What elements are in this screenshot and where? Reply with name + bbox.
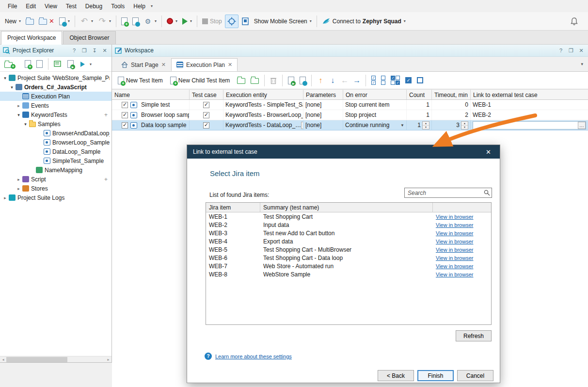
- add-project-suite-button[interactable]: +: [2, 57, 21, 71]
- expander-closed-icon[interactable]: ▸: [16, 186, 22, 191]
- move-left-icon[interactable]: ←: [339, 76, 350, 85]
- run-project-button[interactable]: ▸: [65, 57, 76, 71]
- undo-button[interactable]: ↶▾: [78, 15, 95, 28]
- add-child-icon[interactable]: +: [104, 176, 110, 183]
- back-button[interactable]: < Back: [378, 370, 414, 381]
- jira-row[interactable]: WEB-3Test new Add to Cart buttonView in …: [206, 229, 491, 237]
- view-in-browser-link[interactable]: View in browser: [436, 222, 473, 228]
- tree-item-project[interactable]: ▾Orders_C#_JavaScript: [0, 82, 111, 92]
- column-header-parameters[interactable]: Parameters: [303, 90, 343, 99]
- add-child-item-button[interactable]: [249, 74, 261, 87]
- menu-file[interactable]: File: [4, 1, 21, 11]
- test-case-checkbox[interactable]: [203, 122, 209, 129]
- new-button[interactable]: New ▾: [3, 15, 23, 28]
- jira-row[interactable]: WEB-8WebStore SampleView in browser: [206, 270, 491, 278]
- link-editor[interactable]: …: [473, 121, 586, 129]
- jira-row[interactable]: WEB-5Test Shopping Cart - MultiBrowserVi…: [206, 245, 491, 254]
- view-in-browser-link[interactable]: View in browser: [436, 214, 473, 220]
- tree-item-stores[interactable]: ▸Stores: [0, 184, 111, 193]
- show-mobile-screen-button[interactable]: Show Mobile Screen ▾: [252, 15, 314, 28]
- close-tab-icon[interactable]: ✕: [228, 62, 232, 68]
- scroll-left-icon[interactable]: ◂: [0, 357, 6, 362]
- scrollbar-track[interactable]: [6, 356, 105, 363]
- row-checkbox[interactable]: [122, 112, 128, 118]
- table-row[interactable]: Browser loop sample KeywordTests - Brows…: [112, 110, 588, 120]
- jira-row[interactable]: WEB-7Web Store - Automated runView in br…: [206, 262, 491, 270]
- cancel-button[interactable]: Cancel: [457, 370, 493, 381]
- column-header-on-error[interactable]: On error: [343, 90, 407, 99]
- tab-start-page[interactable]: Start Page ✕: [116, 58, 171, 71]
- ellipsis-button[interactable]: …: [578, 122, 586, 129]
- tree-item-execution-plan[interactable]: Execution Plan: [0, 92, 111, 101]
- jira-row[interactable]: WEB-2Input dataView in browser: [206, 221, 491, 229]
- test-case-checkbox[interactable]: [203, 102, 209, 108]
- timeout-stepper[interactable]: ▲▼: [461, 121, 468, 129]
- delete-item-button[interactable]: [268, 74, 279, 87]
- save-button[interactable]: ▾: [57, 15, 72, 28]
- help-icon[interactable]: ?: [70, 48, 78, 53]
- pin-icon[interactable]: ↧: [91, 48, 98, 54]
- tree-item-keywordtests[interactable]: ▾KeywordTests+: [0, 110, 111, 119]
- expander-open-icon[interactable]: ▾: [9, 85, 15, 90]
- column-header-execution-entity[interactable]: Execution entity: [223, 90, 303, 99]
- tree-item-samples[interactable]: ▾Samples: [0, 119, 111, 129]
- tree-item-script[interactable]: ▸Script+: [0, 175, 111, 184]
- view-logs-button[interactable]: [52, 57, 64, 71]
- help-icon[interactable]: ?: [557, 48, 565, 53]
- maximize-icon[interactable]: ❐: [567, 48, 575, 54]
- row-checkbox[interactable]: [122, 102, 128, 108]
- column-header-summary[interactable]: Summary (test name): [260, 203, 433, 212]
- options-button[interactable]: ⚙▾: [142, 15, 159, 28]
- run-suite-button[interactable]: ▾: [77, 57, 94, 71]
- tree-item-test[interactable]: BrowserLoop_Sample: [0, 138, 111, 147]
- move-up-icon[interactable]: ↑: [315, 76, 326, 85]
- finish-button[interactable]: Finish: [417, 370, 454, 381]
- menu-help[interactable]: Help: [129, 1, 149, 11]
- run-test-button[interactable]: ▾: [180, 15, 194, 28]
- view-in-browser-link[interactable]: View in browser: [436, 239, 473, 244]
- column-header-name[interactable]: Name: [112, 90, 190, 99]
- column-header-test-case[interactable]: Test case: [190, 90, 223, 99]
- redo-button[interactable]: ↷▾: [96, 15, 113, 28]
- menu-edit[interactable]: Edit: [22, 1, 40, 11]
- add-file-button[interactable]: +: [23, 57, 33, 71]
- tree-item-test[interactable]: BrowserAndDataLoop_: [0, 129, 111, 138]
- menu-tools[interactable]: Tools: [107, 1, 128, 11]
- view-in-browser-link[interactable]: View in browser: [436, 230, 473, 236]
- expander-closed-icon[interactable]: ▸: [16, 177, 22, 182]
- menu-overflow-icon[interactable]: ▾: [151, 4, 153, 8]
- group-items-button[interactable]: [415, 74, 425, 87]
- expander-open-icon[interactable]: ▾: [16, 113, 22, 117]
- tab-execution-plan[interactable]: Execution Plan ✕: [171, 58, 238, 71]
- view-in-browser-link[interactable]: View in browser: [436, 263, 473, 269]
- tree-item-test[interactable]: DataLoop_Sample: [0, 147, 111, 156]
- scrollbar-thumb[interactable]: [6, 357, 67, 362]
- column-header-count[interactable]: Count: [407, 90, 432, 99]
- table-row[interactable]: Simple test KeywordTests - SimpleTest_Sa…: [112, 100, 588, 110]
- check-children-button[interactable]: ✓✓: [389, 74, 402, 87]
- table-row-selected[interactable]: Data loop sample KeywordTests - DataLoop…: [112, 120, 588, 130]
- uncheck-all-button[interactable]: [379, 74, 387, 87]
- menu-debug[interactable]: Debug: [81, 1, 106, 11]
- jira-row[interactable]: WEB-1Test Shopping CartView in browser: [206, 212, 491, 221]
- tree-item-namemapping[interactable]: NameMapping: [0, 165, 111, 175]
- refresh-button[interactable]: Refresh: [456, 330, 492, 341]
- import-items-button[interactable]: [298, 74, 308, 87]
- tree-item-project-suite-logs[interactable]: ▸Project Suite Logs: [0, 193, 111, 202]
- tree-item-events[interactable]: ▸Events: [0, 101, 111, 110]
- column-header-timeout[interactable]: Timeout, min: [432, 90, 471, 99]
- close-tab-icon[interactable]: ✕: [161, 62, 166, 68]
- add-new-item-button[interactable]: +: [119, 15, 129, 28]
- search-input[interactable]: [404, 188, 492, 198]
- column-header-link[interactable]: Link to external test case: [471, 90, 588, 99]
- chevron-down-icon[interactable]: ▼: [400, 123, 404, 128]
- open-file-button[interactable]: [34, 57, 45, 71]
- close-project-button[interactable]: ✕: [37, 15, 56, 28]
- on-error-dropdown[interactable]: Continue running: [345, 122, 389, 129]
- add-item-button[interactable]: [235, 74, 247, 87]
- expander-closed-icon[interactable]: ▸: [2, 195, 8, 200]
- stop-button[interactable]: Stop: [200, 15, 224, 28]
- tab-object-browser[interactable]: Object Browser: [63, 31, 115, 44]
- open-project-button[interactable]: [24, 15, 36, 28]
- horizontal-scrollbar[interactable]: ◂ ▸: [0, 356, 111, 362]
